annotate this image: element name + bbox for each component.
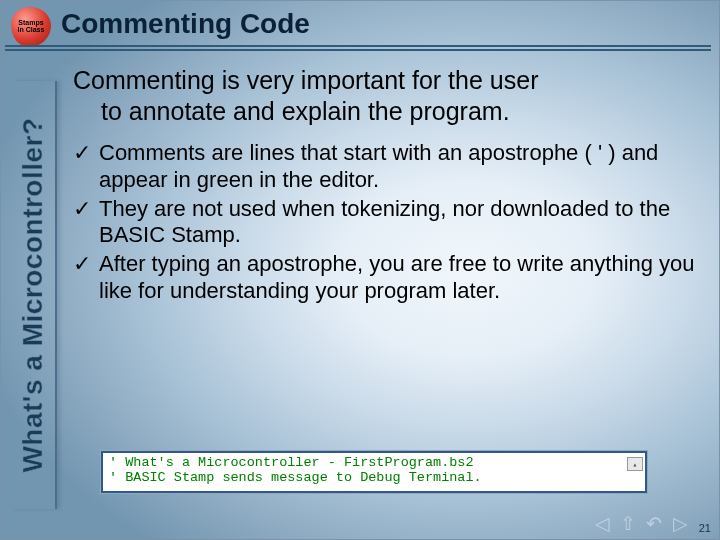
title-underline-secondary	[5, 49, 711, 51]
page-number: 21	[697, 521, 713, 535]
intro-line2: to annotate and explain the program.	[73, 96, 691, 127]
bullet-text: They are not used when tokenizing, nor d…	[99, 196, 670, 248]
bullet-list: ✓ Comments are lines that start with an …	[67, 140, 697, 305]
slide-title: Commenting Code	[61, 8, 310, 39]
code-snippet: ' What's a Microcontroller - FirstProgra…	[101, 451, 647, 493]
badge-line1: Stamps	[18, 19, 43, 26]
nav-controls: ◁ ⇧ ↶ ▷	[591, 513, 691, 533]
nav-prev-icon[interactable]: ◁	[591, 513, 613, 533]
title-underline	[5, 45, 711, 47]
title-bar: Commenting Code	[61, 8, 711, 46]
left-sidebar: What's a Microcontroller?	[11, 81, 57, 509]
check-icon: ✓	[73, 196, 91, 223]
code-line: ' BASIC Stamp sends message to Debug Ter…	[109, 470, 639, 485]
content-area: Commenting is very important for the use…	[67, 65, 697, 307]
check-icon: ✓	[73, 251, 91, 278]
bullet-text: After typing an apostrophe, you are free…	[99, 251, 695, 303]
scroll-up-icon[interactable]: ▴	[627, 457, 643, 471]
nav-next-icon[interactable]: ▷	[669, 513, 691, 533]
bullet-item: ✓ Comments are lines that start with an …	[73, 140, 697, 194]
left-sidebar-text: What's a Microcontroller?	[17, 117, 49, 472]
badge-line2: In Class	[18, 26, 45, 33]
check-icon: ✓	[73, 140, 91, 167]
code-line: ' What's a Microcontroller - FirstProgra…	[109, 455, 639, 470]
nav-up-icon[interactable]: ⇧	[617, 513, 639, 533]
intro-line1: Commenting is very important for the use…	[73, 66, 538, 94]
slide: Stamps In Class What's a Microcontroller…	[0, 0, 720, 540]
bullet-item: ✓ They are not used when tokenizing, nor…	[73, 196, 697, 250]
bullet-text: Comments are lines that start with an ap…	[99, 140, 658, 192]
badge-text: Stamps In Class	[15, 19, 47, 33]
nav-back-icon[interactable]: ↶	[643, 513, 665, 533]
bullet-item: ✓ After typing an apostrophe, you are fr…	[73, 251, 697, 305]
intro-text: Commenting is very important for the use…	[73, 65, 691, 126]
